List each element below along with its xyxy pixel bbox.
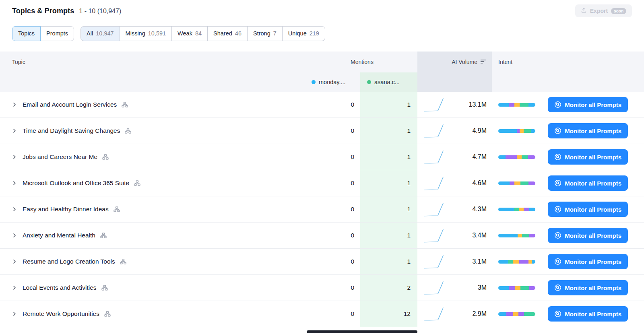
monitor-all-prompts-button[interactable]: Monitor all Prompts (548, 254, 628, 269)
horizontal-scrollbar-thumb[interactable] (307, 330, 417, 333)
monitor-search-icon (554, 179, 561, 187)
intent-segment (513, 312, 518, 316)
subtopics-icon[interactable] (100, 233, 107, 238)
monitor-button-label: Monitor all Prompts (565, 180, 621, 187)
filter-strong[interactable]: Strong 7 (247, 26, 283, 41)
monitor-search-icon (554, 284, 561, 291)
subtopics-icon[interactable] (104, 311, 111, 317)
monitor-search-icon (554, 232, 561, 239)
expand-chevron-icon[interactable] (12, 128, 17, 133)
intent-cell: Monitor all Prompts (492, 118, 644, 144)
monitor-all-prompts-button[interactable]: Monitor all Prompts (548, 175, 628, 191)
monitor-all-prompts-button[interactable]: Monitor all Prompts (548, 149, 628, 165)
expand-chevron-icon[interactable] (12, 233, 17, 238)
subtopics-icon[interactable] (125, 128, 131, 134)
tab-topics[interactable]: Topics (12, 26, 41, 41)
mentions-asana-cell: 1 (360, 249, 417, 274)
table-row: Microsoft Outlook and Office 365 Suite 0… (0, 170, 644, 196)
subtopics-icon[interactable] (122, 102, 128, 107)
subtopics-icon[interactable] (102, 154, 109, 160)
ai-volume-sparkline (423, 227, 446, 244)
top-bar: Topics & Prompts 1 - 10 (10,947) Export … (0, 0, 644, 18)
mentions-asana-cell: 12 (360, 301, 417, 327)
asana-domain-label: asana.c... (374, 79, 400, 85)
table-row: Easy and Healthy Dinner Ideas 0 1 4.3M (0, 196, 644, 223)
monitor-all-prompts-button[interactable]: Monitor all Prompts (548, 228, 628, 243)
intent-segment (528, 260, 531, 264)
filter-unique[interactable]: Unique 219 (282, 26, 325, 41)
monitor-all-prompts-button[interactable]: Monitor all Prompts (548, 306, 628, 322)
intent-bar (498, 129, 535, 133)
filter-label: Weak (178, 30, 192, 37)
intent-segment (520, 181, 528, 185)
table-row: Anxiety and Mental Health 0 1 3.4M (0, 223, 644, 249)
expand-chevron-icon[interactable] (12, 285, 17, 290)
sort-descending-icon[interactable] (480, 59, 486, 65)
expand-chevron-icon[interactable] (12, 155, 17, 159)
filter-label: All (87, 30, 93, 37)
intent-segment (524, 208, 530, 211)
filter-label: Strong (253, 30, 270, 37)
monitor-all-prompts-button[interactable]: Monitor all Prompts (548, 123, 628, 138)
subtopics-icon[interactable] (134, 180, 140, 186)
ai-volume-sparkline (423, 122, 446, 139)
filter-count: 84 (195, 30, 202, 37)
mentions-asana-cell: 1 (360, 92, 417, 118)
domain-column-asana[interactable]: asana.c... (360, 72, 417, 92)
ai-volume-sparkline (423, 175, 446, 192)
monitor-all-prompts-button[interactable]: Monitor all Prompts (548, 97, 628, 112)
topic-cell: Easy and Healthy Dinner Ideas (0, 196, 307, 222)
export-button[interactable]: Export soon (575, 4, 632, 17)
monitor-button-label: Monitor all Prompts (565, 258, 621, 265)
tab-prompts[interactable]: Prompts (40, 26, 74, 41)
topic-cell: Anxiety and Mental Health (0, 223, 307, 248)
subtopics-icon[interactable] (101, 285, 108, 291)
topic-name: Easy and Healthy Dinner Ideas (23, 206, 109, 213)
intent-segment (498, 260, 508, 264)
mentions-monday-cell: 0 (307, 144, 360, 170)
subtopics-icon[interactable] (120, 259, 126, 264)
topic-cell: Jobs and Careers Near Me (0, 144, 307, 170)
mentions-monday-cell: 0 (307, 118, 360, 144)
monitor-button-label: Monitor all Prompts (565, 232, 621, 239)
topic-name: Remote Work Opportunities (23, 310, 99, 318)
topics-prompts-page: Topics & Prompts 1 - 10 (10,947) Export … (0, 0, 644, 334)
mentions-asana-cell: 1 (360, 196, 417, 222)
monitor-all-prompts-button[interactable]: Monitor all Prompts (548, 280, 628, 295)
topic-name: Time and Daylight Saving Changes (23, 127, 120, 134)
ai-volume-column-header[interactable]: AI Volume (417, 52, 492, 72)
ai-volume-value: 4.3M (472, 206, 487, 213)
topic-name: Email and Account Login Services (23, 101, 117, 108)
mentions-asana-cell: 1 (360, 118, 417, 144)
intent-segment (498, 234, 518, 237)
intent-segment (524, 312, 535, 316)
expand-chevron-icon[interactable] (12, 259, 17, 264)
intent-segment (517, 155, 522, 159)
ai-volume-value: 4.7M (472, 153, 487, 161)
intent-segment (498, 129, 517, 133)
intent-cell: Monitor all Prompts (492, 144, 644, 170)
view-toggle: Topics Prompts (12, 26, 74, 41)
intent-segment (531, 129, 535, 133)
expand-chevron-icon[interactable] (12, 311, 17, 316)
expand-chevron-icon[interactable] (12, 207, 17, 212)
monitor-button-label: Monitor all Prompts (565, 154, 621, 161)
ai-volume-cell: 4.6M (417, 170, 492, 196)
filter-weak[interactable]: Weak 84 (171, 26, 208, 41)
tab-topics-label: Topics (18, 30, 35, 37)
monitor-all-prompts-button[interactable]: Monitor all Prompts (548, 202, 628, 217)
expand-chevron-icon[interactable] (12, 102, 17, 107)
filter-shared[interactable]: Shared 46 (207, 26, 248, 41)
monitor-button-label: Monitor all Prompts (565, 285, 621, 291)
intent-bar (498, 260, 535, 264)
domain-column-monday[interactable]: monday.... (307, 72, 360, 92)
intent-segment (528, 155, 535, 159)
ai-volume-sparkline (423, 96, 446, 113)
ai-volume-cell: 2.9M (417, 301, 492, 327)
filter-missing[interactable]: Missing 10,591 (120, 26, 172, 41)
intent-segment (506, 155, 517, 159)
subtopics-icon[interactable] (114, 206, 120, 212)
filter-all[interactable]: All 10,947 (80, 26, 120, 41)
export-icon (581, 7, 587, 14)
expand-chevron-icon[interactable] (12, 181, 17, 186)
